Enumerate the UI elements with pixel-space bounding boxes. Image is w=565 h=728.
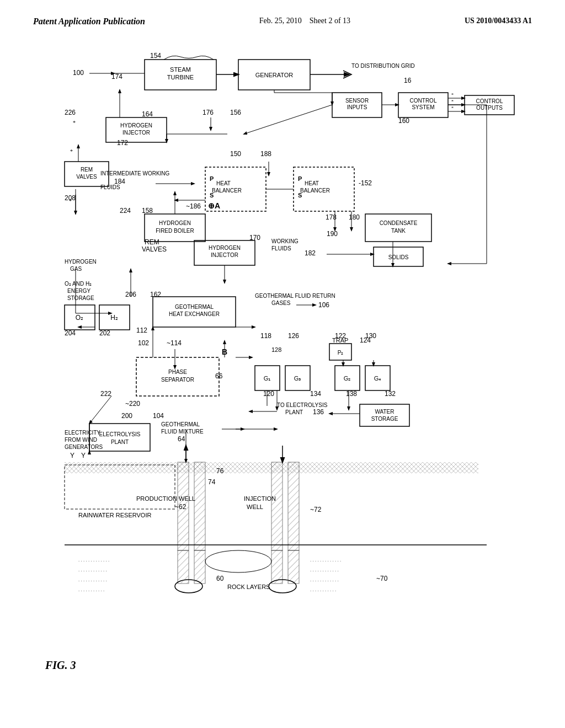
svg-text:VALVES: VALVES: [76, 174, 97, 180]
svg-text:⊕A: ⊕A: [208, 201, 220, 210]
svg-text:SYSTEM: SYSTEM: [412, 104, 434, 110]
svg-text:-152: -152: [359, 179, 372, 187]
publication-title: Patent Application Publication: [33, 17, 145, 26]
svg-text:. .  . . . . .  . . . .: . . . . . . . . . . .: [310, 587, 336, 592]
svg-text:SENSOR: SENSOR: [345, 98, 369, 104]
svg-text:PRODUCTION WELL: PRODUCTION WELL: [136, 495, 195, 502]
svg-text:HYDROGEN: HYDROGEN: [209, 245, 241, 251]
svg-text:STEAM: STEAM: [170, 66, 191, 73]
svg-text:CONTROL: CONTROL: [476, 98, 503, 104]
svg-text:64: 64: [178, 435, 185, 443]
svg-text:*: *: [70, 148, 73, 154]
svg-text:162: 162: [150, 291, 161, 298]
svg-text:ELECTROLYSIS: ELECTROLYSIS: [99, 431, 141, 437]
svg-text:BALANCER: BALANCER: [212, 188, 242, 194]
svg-text:TO DISTRIBUTION GRID: TO DISTRIBUTION GRID: [351, 63, 415, 69]
svg-text:G₂: G₂: [344, 375, 351, 382]
svg-text:GAS: GAS: [70, 266, 82, 272]
svg-text:PHASE: PHASE: [168, 369, 187, 375]
svg-text:INJECTOR: INJECTOR: [122, 130, 150, 136]
svg-text:G₄: G₄: [374, 375, 382, 382]
svg-text:128: 128: [271, 346, 281, 353]
svg-text:222: 222: [100, 390, 111, 398]
svg-text:HEAT: HEAT: [216, 180, 231, 186]
svg-text:INTERMEDIATE WORKING: INTERMEDIATE WORKING: [100, 170, 170, 176]
svg-text:154: 154: [150, 52, 161, 60]
svg-text:224: 224: [120, 207, 131, 215]
svg-text:60: 60: [216, 575, 224, 582]
svg-text:16: 16: [404, 77, 412, 84]
svg-text:INPUTS: INPUTS: [347, 104, 367, 110]
svg-text:O₂ AND H₂: O₂ AND H₂: [65, 281, 92, 287]
svg-text:GEOTHERMAL: GEOTHERMAL: [175, 304, 214, 310]
svg-rect-217: [288, 550, 299, 584]
svg-text:G₃: G₃: [294, 375, 301, 382]
svg-text:HEAT: HEAT: [305, 180, 319, 186]
svg-rect-193: [288, 462, 299, 550]
svg-text:176: 176: [202, 109, 214, 116]
svg-text:. . . . . .  . . . . . .: . . . . . . . . . . . .: [310, 567, 339, 572]
svg-text:G₁: G₁: [264, 375, 271, 382]
svg-text:164: 164: [142, 110, 153, 118]
svg-text:160: 160: [398, 117, 409, 125]
svg-text:CONTROL: CONTROL: [410, 98, 437, 104]
svg-text:74: 74: [208, 478, 216, 486]
svg-text:*: *: [451, 93, 454, 98]
svg-text:180: 180: [349, 213, 360, 221]
svg-text:WELL: WELL: [247, 504, 263, 510]
svg-text:204: 204: [65, 329, 76, 337]
svg-text:76: 76: [216, 467, 224, 475]
svg-text:150: 150: [230, 150, 241, 158]
svg-text:O₂: O₂: [76, 314, 83, 322]
publication-number: US 2010/0043433 A1: [465, 17, 532, 25]
svg-text:CONDENSATE: CONDENSATE: [380, 220, 418, 226]
svg-text:*: *: [69, 198, 72, 204]
svg-text:P₂: P₂: [338, 350, 344, 356]
svg-text:. . . . . . . .  . . . . .: . . . . . . . . . . . . .: [78, 557, 109, 563]
svg-text:66: 66: [215, 372, 223, 380]
svg-text:ENERGY: ENERGY: [67, 288, 91, 294]
svg-text:. . . . . .  . . . . . .: . . . . . . . . . . . .: [78, 567, 107, 572]
svg-line-44: [244, 105, 332, 134]
svg-text:INJECTION: INJECTION: [244, 495, 276, 502]
svg-text:200: 200: [121, 412, 132, 420]
svg-text:182: 182: [305, 249, 316, 257]
svg-text:OUTPUTS: OUTPUTS: [476, 105, 503, 111]
svg-text:*: *: [451, 106, 454, 111]
svg-text:. . .  . . . . . . .  . .: . . . . . . . . . . . .: [78, 577, 107, 582]
svg-text:124: 124: [360, 336, 371, 344]
svg-text:~70: ~70: [376, 575, 388, 582]
patent-page: Patent Application Publication Feb. 25, …: [0, 0, 565, 728]
svg-text:156: 156: [230, 109, 241, 116]
svg-text:*: *: [73, 120, 76, 126]
svg-text:Y: Y: [70, 452, 74, 459]
svg-text:GENERATORS: GENERATORS: [65, 444, 103, 450]
svg-rect-214: [194, 550, 205, 584]
svg-text:STORAGE: STORAGE: [371, 416, 398, 422]
svg-text:FLUIDS: FLUIDS: [271, 245, 291, 251]
svg-text:FROM WIND: FROM WIND: [65, 437, 97, 443]
svg-text:ROCK LAYERS: ROCK LAYERS: [227, 584, 270, 590]
svg-point-201: [205, 550, 271, 572]
svg-text:FLUID MIXTURE: FLUID MIXTURE: [161, 429, 204, 435]
svg-text:TO ELECTROLYSIS: TO ELECTROLYSIS: [277, 402, 328, 408]
figure-label: FIG. 3: [45, 659, 76, 672]
svg-text:120: 120: [263, 390, 274, 398]
svg-text:202: 202: [99, 329, 110, 337]
svg-text:PLANT: PLANT: [285, 409, 303, 415]
svg-text:H₂: H₂: [110, 314, 118, 322]
svg-text:134: 134: [310, 390, 321, 398]
svg-text:HEAT EXCHANGER: HEAT EXCHANGER: [169, 311, 220, 317]
svg-text:. .  . . . . .  . . . .: . . . . . . . . . . .: [78, 587, 104, 592]
patent-diagram: STEAM TURBINE 154 174 100 GENERATOR TO D…: [34, 43, 531, 677]
svg-text:102: 102: [138, 339, 149, 347]
svg-rect-173: [360, 404, 409, 426]
svg-text:126: 126: [288, 332, 299, 340]
svg-text:SOLIDS: SOLIDS: [388, 254, 409, 260]
svg-text:BALANCER: BALANCER: [300, 188, 330, 194]
svg-text:REM: REM: [81, 167, 93, 173]
svg-text:112: 112: [136, 326, 147, 334]
svg-text:VALVES: VALVES: [142, 245, 167, 253]
svg-text:WORKING: WORKING: [271, 238, 299, 244]
publication-date-sheet: Feb. 25, 2010 Sheet 2 of 13: [259, 17, 350, 25]
